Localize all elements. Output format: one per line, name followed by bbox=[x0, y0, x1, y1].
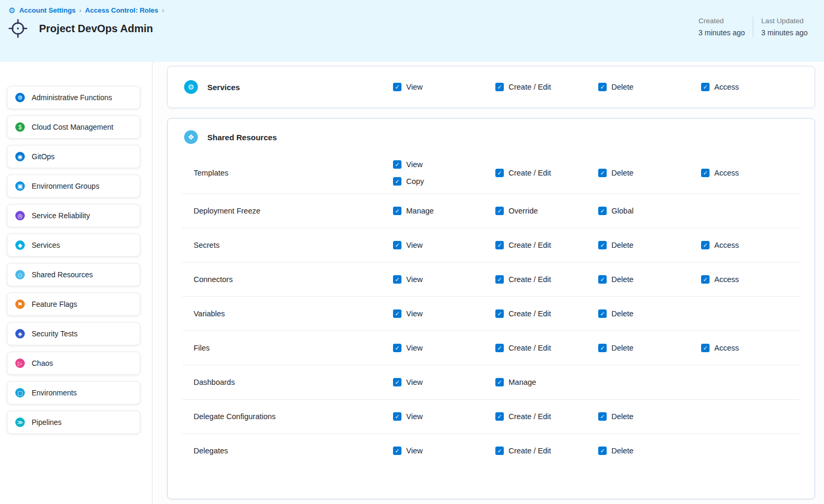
permission-row-dashboards: Dashboards✓View✓Manage bbox=[182, 365, 800, 399]
sidebar-item-services[interactable]: ◆Services bbox=[7, 234, 140, 257]
resource-label: Delegate Configurations bbox=[182, 412, 393, 421]
permission-checkbox-copy[interactable]: ✓Copy bbox=[393, 177, 495, 186]
sidebar-item-security-tests[interactable]: ◈Security Tests bbox=[7, 322, 140, 345]
permission-row-secrets: Secrets✓View✓Create / Edit✓Delete✓Access bbox=[182, 228, 800, 262]
permission-row-deployment-freeze: Deployment Freeze✓Manage✓Override✓Global bbox=[182, 193, 800, 228]
permission-row-templates: Templates✓View✓Copy✓Create / Edit✓Delete… bbox=[182, 152, 800, 193]
permission-checkbox-view[interactable]: ✓View bbox=[393, 412, 495, 421]
permission-checkbox-create-edit[interactable]: ✓Create / Edit bbox=[495, 169, 598, 177]
sidebar-item-label: Environment Groups bbox=[32, 182, 99, 190]
permission-checkbox-view[interactable]: ✓View bbox=[393, 378, 495, 386]
checkbox-checked-icon: ✓ bbox=[701, 275, 710, 284]
permission-column: ✓Delete bbox=[598, 412, 701, 421]
permission-checkbox-delete[interactable]: ✓Delete bbox=[598, 344, 701, 352]
sidebar-item-label: Administrative Functions bbox=[32, 93, 112, 102]
permission-checkbox-delete[interactable]: ✓Delete bbox=[598, 447, 701, 455]
checkbox-checked-icon: ✓ bbox=[598, 344, 607, 352]
permission-checkbox-create-edit[interactable]: ✓Create / Edit bbox=[495, 83, 598, 91]
permission-checkbox-create-edit[interactable]: ✓Create / Edit bbox=[495, 447, 598, 455]
sidebar-item-environment-groups[interactable]: ▣Environment Groups bbox=[7, 175, 140, 198]
permission-label: Create / Edit bbox=[509, 275, 551, 284]
permission-checkbox-view[interactable]: ✓View bbox=[393, 160, 495, 169]
checkbox-checked-icon: ✓ bbox=[598, 447, 607, 455]
permission-label: Create / Edit bbox=[509, 309, 551, 318]
permission-label: Override bbox=[509, 207, 538, 215]
permission-checkbox-view[interactable]: ✓View bbox=[393, 344, 495, 352]
breadcrumb-account-settings[interactable]: Account Settings bbox=[19, 6, 75, 14]
permission-checkbox-view[interactable]: ✓View bbox=[393, 275, 495, 284]
permission-column: ✓Create / Edit bbox=[495, 275, 598, 284]
sidebar-item-shared-resources[interactable]: ◇Shared Resources bbox=[7, 263, 140, 286]
permission-checkbox-global[interactable]: ✓Global bbox=[598, 207, 701, 215]
settings-gear-icon: ⚙ bbox=[8, 6, 15, 14]
permission-column: ✓Delete bbox=[598, 241, 701, 249]
checkbox-checked-icon: ✓ bbox=[393, 207, 401, 215]
permission-checkbox-view[interactable]: ✓View bbox=[393, 241, 495, 249]
permission-checkbox-create-edit[interactable]: ✓Create / Edit bbox=[495, 241, 598, 249]
permission-column: ✓Manage bbox=[495, 378, 598, 386]
permission-checkbox-manage[interactable]: ✓Manage bbox=[495, 378, 598, 386]
checkbox-checked-icon: ✓ bbox=[701, 241, 710, 249]
sidebar-item-chaos[interactable]: ▷Chaos bbox=[7, 352, 140, 375]
created-label: Created bbox=[698, 17, 745, 25]
permission-checkbox-delete[interactable]: ✓Delete bbox=[598, 169, 701, 177]
permission-label: Delete bbox=[611, 275, 634, 284]
sidebar-item-service-reliability[interactable]: ◎Service Reliability bbox=[7, 204, 140, 227]
permission-label: Delete bbox=[611, 241, 634, 249]
permission-checkbox-create-edit[interactable]: ✓Create / Edit bbox=[495, 275, 598, 284]
breadcrumb: ⚙ Account Settings › Access Control: Rol… bbox=[0, 0, 824, 14]
permission-checkbox-create-edit[interactable]: ✓Create / Edit bbox=[495, 412, 598, 421]
permission-checkbox-manage[interactable]: ✓Manage bbox=[393, 207, 495, 215]
main-content: ⚙ Services ✓View✓Create / Edit✓Delete✓Ac… bbox=[152, 62, 824, 504]
permission-column: ✓View bbox=[393, 309, 495, 318]
sidebar-item-label: Feature Flags bbox=[32, 300, 77, 308]
permission-label: View bbox=[406, 241, 423, 249]
last-updated-value: 3 minutes ago bbox=[761, 28, 808, 37]
permission-column: ✓Delete bbox=[598, 447, 701, 455]
permission-checkbox-view[interactable]: ✓View bbox=[393, 309, 495, 318]
permission-checkbox-access[interactable]: ✓Access bbox=[701, 275, 800, 284]
permission-checkbox-delete[interactable]: ✓Delete bbox=[598, 83, 701, 91]
permission-checkbox-access[interactable]: ✓Access bbox=[701, 241, 800, 249]
sidebar-item-label: Environments bbox=[32, 389, 77, 397]
permission-checkbox-delete[interactable]: ✓Delete bbox=[598, 412, 701, 421]
permission-label: Delete bbox=[611, 169, 634, 177]
checkbox-checked-icon: ✓ bbox=[393, 275, 401, 284]
permission-column: ✓Access bbox=[701, 344, 800, 352]
permission-column: ✓Create / Edit bbox=[495, 447, 598, 455]
checkbox-checked-icon: ✓ bbox=[495, 83, 504, 91]
permission-checkbox-view[interactable]: ✓View bbox=[393, 83, 495, 91]
permission-checkbox-create-edit[interactable]: ✓Create / Edit bbox=[495, 309, 598, 318]
sidebar-item-cloud-cost-management[interactable]: $Cloud Cost Management bbox=[7, 115, 140, 139]
permission-column: ✓Create / Edit bbox=[495, 241, 598, 249]
sidebar-item-gitops[interactable]: ◉GitOps bbox=[7, 145, 140, 168]
permission-column: ✓Create / Edit bbox=[495, 309, 598, 318]
permission-checkbox-delete[interactable]: ✓Delete bbox=[598, 241, 701, 249]
permission-checkbox-access[interactable]: ✓Access bbox=[701, 169, 800, 177]
permission-label: Create / Edit bbox=[509, 83, 551, 91]
permission-checkbox-create-edit[interactable]: ✓Create / Edit bbox=[495, 344, 598, 352]
sidebar-item-environments[interactable]: ▢Environments bbox=[7, 381, 140, 404]
permission-column: ✓Manage bbox=[393, 207, 495, 215]
checkbox-checked-icon: ✓ bbox=[495, 378, 504, 386]
permission-label: Create / Edit bbox=[509, 412, 551, 421]
sidebar-item-label: Services bbox=[32, 241, 60, 249]
permission-checkbox-override[interactable]: ✓Override bbox=[495, 207, 598, 215]
permission-checkbox-view[interactable]: ✓View bbox=[393, 447, 495, 455]
permission-checkbox-delete[interactable]: ✓Delete bbox=[598, 309, 701, 318]
resource-label: Templates bbox=[182, 169, 393, 177]
permission-label: View bbox=[406, 344, 423, 352]
permission-checkbox-delete[interactable]: ✓Delete bbox=[598, 275, 701, 284]
breadcrumb-access-control-roles[interactable]: Access Control: Roles bbox=[85, 6, 158, 14]
sidebar-item-pipelines[interactable]: ≫Pipelines bbox=[7, 411, 140, 434]
sidebar-item-feature-flags[interactable]: ⚑Feature Flags bbox=[7, 293, 140, 316]
permission-column: ✓Override bbox=[495, 207, 598, 215]
meta-panel: Created 3 minutes ago Last Updated 3 min… bbox=[691, 17, 816, 37]
sidebar-item-administrative-functions[interactable]: ⚙Administrative Functions bbox=[7, 86, 140, 109]
permission-checkbox-access[interactable]: ✓Access bbox=[701, 344, 800, 352]
permission-label: Delete bbox=[611, 309, 634, 318]
permission-row-delegates: Delegates✓View✓Create / Edit✓Delete bbox=[182, 433, 800, 468]
permission-checkbox-access[interactable]: ✓Access bbox=[701, 83, 800, 91]
pipelines-icon: ≫ bbox=[15, 418, 25, 427]
permission-column: ✓Access bbox=[701, 169, 800, 177]
